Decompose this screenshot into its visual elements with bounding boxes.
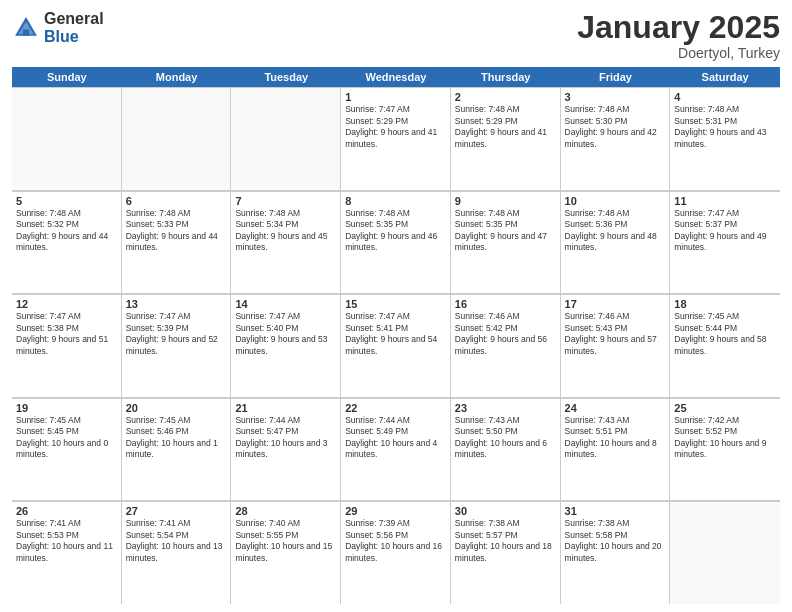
day-number: 23 (455, 402, 556, 414)
calendar-cell: 12Sunrise: 7:47 AM Sunset: 5:38 PM Dayli… (12, 294, 122, 397)
logo-text: General Blue (44, 10, 104, 45)
cell-info: Sunrise: 7:46 AM Sunset: 5:43 PM Dayligh… (565, 311, 657, 355)
calendar-cell: 28Sunrise: 7:40 AM Sunset: 5:55 PM Dayli… (231, 501, 341, 604)
logo-blue-text: Blue (44, 28, 104, 46)
header-friday: Friday (561, 67, 671, 87)
cell-info: Sunrise: 7:48 AM Sunset: 5:32 PM Dayligh… (16, 208, 108, 252)
calendar-cell: 22Sunrise: 7:44 AM Sunset: 5:49 PM Dayli… (341, 398, 451, 501)
day-number: 6 (126, 195, 227, 207)
day-number: 10 (565, 195, 666, 207)
day-number: 16 (455, 298, 556, 310)
calendar-cell: 8Sunrise: 7:48 AM Sunset: 5:35 PM Daylig… (341, 191, 451, 294)
day-number: 7 (235, 195, 336, 207)
day-number: 27 (126, 505, 227, 517)
header: General Blue January 2025 Doertyol, Turk… (12, 10, 780, 61)
calendar-week-1: 1Sunrise: 7:47 AM Sunset: 5:29 PM Daylig… (12, 87, 780, 191)
calendar-cell (231, 87, 341, 190)
day-number: 15 (345, 298, 446, 310)
day-number: 25 (674, 402, 776, 414)
header-saturday: Saturday (670, 67, 780, 87)
header-sunday: Sunday (12, 67, 122, 87)
header-monday: Monday (122, 67, 232, 87)
calendar-cell: 5Sunrise: 7:48 AM Sunset: 5:32 PM Daylig… (12, 191, 122, 294)
cell-info: Sunrise: 7:40 AM Sunset: 5:55 PM Dayligh… (235, 518, 332, 562)
cell-info: Sunrise: 7:48 AM Sunset: 5:30 PM Dayligh… (565, 104, 657, 148)
day-number: 22 (345, 402, 446, 414)
day-number: 1 (345, 91, 446, 103)
cell-info: Sunrise: 7:47 AM Sunset: 5:40 PM Dayligh… (235, 311, 327, 355)
cell-info: Sunrise: 7:45 AM Sunset: 5:44 PM Dayligh… (674, 311, 766, 355)
calendar-cell: 3Sunrise: 7:48 AM Sunset: 5:30 PM Daylig… (561, 87, 671, 190)
calendar-cell: 9Sunrise: 7:48 AM Sunset: 5:35 PM Daylig… (451, 191, 561, 294)
calendar-cell: 21Sunrise: 7:44 AM Sunset: 5:47 PM Dayli… (231, 398, 341, 501)
day-number: 28 (235, 505, 336, 517)
day-number: 26 (16, 505, 117, 517)
calendar-cell (670, 501, 780, 604)
cell-info: Sunrise: 7:38 AM Sunset: 5:57 PM Dayligh… (455, 518, 552, 562)
calendar-cell: 20Sunrise: 7:45 AM Sunset: 5:46 PM Dayli… (122, 398, 232, 501)
calendar-cell: 14Sunrise: 7:47 AM Sunset: 5:40 PM Dayli… (231, 294, 341, 397)
cell-info: Sunrise: 7:45 AM Sunset: 5:45 PM Dayligh… (16, 415, 108, 459)
calendar-cell: 23Sunrise: 7:43 AM Sunset: 5:50 PM Dayli… (451, 398, 561, 501)
location: Doertyol, Turkey (577, 45, 780, 61)
cell-info: Sunrise: 7:47 AM Sunset: 5:38 PM Dayligh… (16, 311, 108, 355)
day-number: 3 (565, 91, 666, 103)
day-number: 31 (565, 505, 666, 517)
cell-info: Sunrise: 7:41 AM Sunset: 5:54 PM Dayligh… (126, 518, 223, 562)
day-number: 8 (345, 195, 446, 207)
svg-rect-2 (23, 29, 29, 35)
cell-info: Sunrise: 7:48 AM Sunset: 5:29 PM Dayligh… (455, 104, 547, 148)
cell-info: Sunrise: 7:41 AM Sunset: 5:53 PM Dayligh… (16, 518, 113, 562)
cell-info: Sunrise: 7:45 AM Sunset: 5:46 PM Dayligh… (126, 415, 218, 459)
cell-info: Sunrise: 7:38 AM Sunset: 5:58 PM Dayligh… (565, 518, 662, 562)
calendar-cell: 24Sunrise: 7:43 AM Sunset: 5:51 PM Dayli… (561, 398, 671, 501)
day-number: 4 (674, 91, 776, 103)
calendar-cell: 10Sunrise: 7:48 AM Sunset: 5:36 PM Dayli… (561, 191, 671, 294)
calendar-cell: 6Sunrise: 7:48 AM Sunset: 5:33 PM Daylig… (122, 191, 232, 294)
calendar-cell: 15Sunrise: 7:47 AM Sunset: 5:41 PM Dayli… (341, 294, 451, 397)
cell-info: Sunrise: 7:48 AM Sunset: 5:33 PM Dayligh… (126, 208, 218, 252)
cell-info: Sunrise: 7:48 AM Sunset: 5:35 PM Dayligh… (345, 208, 437, 252)
cell-info: Sunrise: 7:44 AM Sunset: 5:47 PM Dayligh… (235, 415, 327, 459)
cell-info: Sunrise: 7:39 AM Sunset: 5:56 PM Dayligh… (345, 518, 442, 562)
cell-info: Sunrise: 7:42 AM Sunset: 5:52 PM Dayligh… (674, 415, 766, 459)
day-number: 20 (126, 402, 227, 414)
calendar-week-5: 26Sunrise: 7:41 AM Sunset: 5:53 PM Dayli… (12, 501, 780, 604)
day-number: 30 (455, 505, 556, 517)
calendar-cell: 31Sunrise: 7:38 AM Sunset: 5:58 PM Dayli… (561, 501, 671, 604)
logo-icon (12, 14, 40, 42)
cell-info: Sunrise: 7:48 AM Sunset: 5:34 PM Dayligh… (235, 208, 327, 252)
calendar-cell: 29Sunrise: 7:39 AM Sunset: 5:56 PM Dayli… (341, 501, 451, 604)
calendar-cell: 17Sunrise: 7:46 AM Sunset: 5:43 PM Dayli… (561, 294, 671, 397)
header-tuesday: Tuesday (231, 67, 341, 87)
calendar-week-3: 12Sunrise: 7:47 AM Sunset: 5:38 PM Dayli… (12, 294, 780, 398)
day-number: 19 (16, 402, 117, 414)
calendar-cell: 16Sunrise: 7:46 AM Sunset: 5:42 PM Dayli… (451, 294, 561, 397)
calendar-week-2: 5Sunrise: 7:48 AM Sunset: 5:32 PM Daylig… (12, 191, 780, 295)
calendar-cell: 13Sunrise: 7:47 AM Sunset: 5:39 PM Dayli… (122, 294, 232, 397)
calendar-cell: 4Sunrise: 7:48 AM Sunset: 5:31 PM Daylig… (670, 87, 780, 190)
calendar-cell: 11Sunrise: 7:47 AM Sunset: 5:37 PM Dayli… (670, 191, 780, 294)
header-wednesday: Wednesday (341, 67, 451, 87)
cell-info: Sunrise: 7:46 AM Sunset: 5:42 PM Dayligh… (455, 311, 547, 355)
month-title: January 2025 (577, 10, 780, 45)
calendar-body: 1Sunrise: 7:47 AM Sunset: 5:29 PM Daylig… (12, 87, 780, 604)
day-number: 12 (16, 298, 117, 310)
cell-info: Sunrise: 7:43 AM Sunset: 5:51 PM Dayligh… (565, 415, 657, 459)
cell-info: Sunrise: 7:47 AM Sunset: 5:37 PM Dayligh… (674, 208, 766, 252)
day-number: 9 (455, 195, 556, 207)
calendar-cell: 27Sunrise: 7:41 AM Sunset: 5:54 PM Dayli… (122, 501, 232, 604)
logo-general-text: General (44, 10, 104, 28)
title-area: January 2025 Doertyol, Turkey (577, 10, 780, 61)
cell-info: Sunrise: 7:48 AM Sunset: 5:36 PM Dayligh… (565, 208, 657, 252)
day-number: 17 (565, 298, 666, 310)
cell-info: Sunrise: 7:47 AM Sunset: 5:41 PM Dayligh… (345, 311, 437, 355)
calendar-cell: 26Sunrise: 7:41 AM Sunset: 5:53 PM Dayli… (12, 501, 122, 604)
calendar-week-4: 19Sunrise: 7:45 AM Sunset: 5:45 PM Dayli… (12, 398, 780, 502)
cell-info: Sunrise: 7:47 AM Sunset: 5:29 PM Dayligh… (345, 104, 437, 148)
cell-info: Sunrise: 7:43 AM Sunset: 5:50 PM Dayligh… (455, 415, 547, 459)
day-number: 13 (126, 298, 227, 310)
logo: General Blue (12, 10, 104, 45)
day-number: 29 (345, 505, 446, 517)
calendar-cell: 1Sunrise: 7:47 AM Sunset: 5:29 PM Daylig… (341, 87, 451, 190)
